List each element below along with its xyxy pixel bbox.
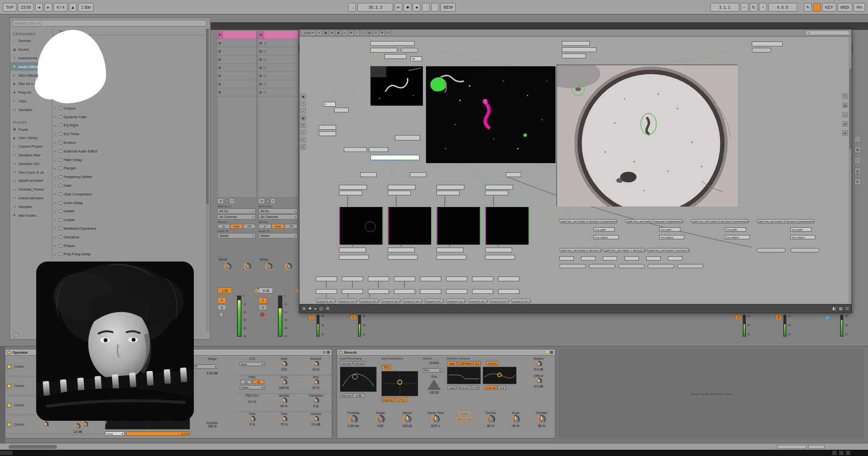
max-object-box[interactable]: 0	[323, 102, 336, 107]
stop-button[interactable]: ■	[404, 3, 411, 12]
max-object-box[interactable]: live.path	[790, 227, 812, 232]
output-chooser[interactable]: Master▾	[217, 233, 256, 238]
expand-triangle-icon[interactable]: ▸	[54, 107, 57, 110]
clip-slot[interactable]	[258, 55, 298, 64]
max-toolbar-icon[interactable]: ⌗	[354, 30, 360, 36]
max-object-box[interactable]	[581, 256, 596, 261]
view-toggle-icon[interactable]: ◫	[854, 157, 861, 164]
max-side-icon[interactable]: ⌗	[300, 130, 306, 135]
solo-button[interactable]: S	[217, 304, 226, 310]
max-object-box[interactable]	[344, 147, 367, 152]
max-toolbar-icon[interactable]: ⊞	[329, 30, 335, 36]
max-side-icon[interactable]: ▣	[300, 94, 306, 99]
bottom-bar-icon[interactable]	[839, 451, 843, 455]
clip-slot[interactable]	[217, 39, 256, 47]
browser-device-item[interactable]: ▸ Frequency Shifter	[53, 173, 205, 181]
max-object-box[interactable]: live.object	[594, 235, 619, 239]
decay-time-knob[interactable]	[431, 415, 440, 424]
input-type-chooser[interactable]: All Ins▾	[217, 208, 256, 214]
browser-device-item[interactable]: ▸ EQ Eight	[53, 121, 205, 130]
browser-device-item[interactable]: ▸ Limiter	[53, 207, 205, 216]
volume-value[interactable]: 0.0 dB	[312, 423, 321, 426]
max-object-box[interactable]	[342, 276, 363, 281]
density-knob[interactable]	[487, 415, 495, 424]
track-activator[interactable]: 2	[258, 297, 267, 304]
max-object-box[interactable]	[668, 256, 682, 261]
freq-knob[interactable]	[281, 379, 287, 386]
loop-button[interactable]: ↻	[750, 3, 758, 12]
zoom-menu[interactable]: 100%▾	[301, 30, 316, 36]
max-object-box[interactable]: path live_set tracks 1 devices 0 paramet…	[647, 248, 690, 252]
level-knob[interactable]	[74, 423, 81, 429]
max-object-box[interactable]	[436, 191, 460, 195]
clip-slot[interactable]	[217, 47, 256, 55]
spread-knob[interactable]	[281, 398, 287, 404]
loop-start-field[interactable]: 3. 1. 1	[710, 3, 739, 12]
max-side-icon[interactable]: ◔	[300, 101, 306, 106]
max-object-box[interactable]: prepend set value	[316, 299, 336, 303]
expand-triangle-icon[interactable]: ▸	[54, 235, 57, 238]
max-object-box[interactable]: live.object	[725, 235, 750, 239]
send-b-knob[interactable]	[244, 263, 251, 270]
browser-device-item[interactable]: ▸ External Audio Effect	[53, 147, 205, 155]
shape-value[interactable]: 0.50	[377, 424, 383, 428]
view-toggle-icon[interactable]: ⊞	[854, 179, 861, 185]
max-object-box[interactable]	[339, 255, 369, 260]
env-amount-slider[interactable]: 0.0 %	[126, 431, 190, 436]
max-status-icon[interactable]: ⊞	[302, 306, 306, 311]
play-button[interactable]: ▶	[394, 3, 402, 12]
max-status-icon[interactable]: ◫	[319, 306, 323, 311]
horizontal-scrollbar[interactable]	[0, 443, 868, 450]
nudge-up-button[interactable]: ▸	[44, 3, 52, 12]
expand-triangle-icon[interactable]: ▸	[54, 253, 57, 256]
filter-type-chooser[interactable]: Clean▾	[240, 385, 265, 389]
info-toggle-button[interactable]: i	[13, 332, 18, 338]
max-object-box[interactable]	[388, 255, 418, 260]
view-toggle-icon[interactable]: ⓘ	[854, 136, 861, 142]
diffuse-value[interactable]: 0.0 dB	[534, 385, 543, 388]
freq-value[interactable]: 149 Hz	[279, 386, 289, 389]
input-filter-display[interactable]	[340, 367, 377, 392]
max-canvas[interactable]: 300prepend set valueprepend set valuepre…	[299, 37, 852, 304]
device-drop-zone[interactable]: Drop Audio Effects Here	[558, 349, 864, 439]
max-toolbar-icon[interactable]: ✚	[348, 30, 353, 36]
max-toolbar-icon[interactable]: ▦	[323, 30, 328, 36]
tone-knob[interactable]	[281, 416, 287, 422]
max-object-box[interactable]: path live_set tracks 1 devices 0 paramet…	[603, 248, 646, 252]
nudge-down-button[interactable]: ◂	[35, 3, 43, 12]
expand-triangle-icon[interactable]: ▸	[54, 227, 57, 230]
fold-icon[interactable]: ▤	[327, 350, 330, 354]
max-object-box[interactable]: path live_set tracks 0 devices 0 paramet…	[625, 219, 683, 223]
high-gain-value[interactable]: 0.2	[473, 361, 481, 365]
low-freq-value[interactable]: 90.0 Hz	[457, 386, 470, 390]
scale-value[interactable]: 40 %	[512, 424, 519, 428]
max-toolbar-icon[interactable]: ◉	[336, 30, 341, 36]
reflect-value[interactable]: 0.0 dB	[534, 368, 543, 371]
max-object-box[interactable]	[368, 276, 389, 281]
osc-toggle[interactable]	[7, 365, 11, 369]
transpose-value[interactable]: 0 st	[313, 404, 318, 408]
clip-slot-playing[interactable]: ▶	[258, 31, 298, 39]
clip-slot[interactable]	[258, 47, 298, 55]
max-object-box[interactable]: live.object	[659, 235, 684, 239]
max-object-box[interactable]	[369, 147, 388, 152]
max-object-box[interactable]	[752, 41, 783, 46]
expand-triangle-icon[interactable]: ▸	[54, 244, 57, 247]
clip-slot[interactable]	[217, 55, 256, 64]
max-object-box[interactable]	[752, 48, 771, 53]
send-a-knob[interactable]	[224, 263, 231, 270]
track-activator[interactable]: 3	[309, 315, 315, 320]
quality-chooser[interactable]: Eco▾	[423, 368, 442, 373]
spin-button[interactable]: Spin	[381, 365, 391, 369]
monitor-in-button[interactable]: In	[258, 224, 271, 229]
max-object-box[interactable]	[339, 248, 366, 252]
expand-triangle-icon[interactable]: ▸	[54, 158, 57, 161]
volume-field[interactable]: -0.45	[258, 288, 273, 293]
max-toolbar-icon[interactable]: ❖	[380, 30, 385, 36]
device-activator-icon[interactable]	[7, 351, 11, 354]
monitor-in-button[interactable]: In	[217, 224, 230, 229]
add-folder-button[interactable]: ✚ Add Folder...	[10, 211, 52, 220]
max-vertical-scrollbar[interactable]	[849, 37, 852, 304]
max-object-box[interactable]	[624, 256, 639, 261]
shelf-display[interactable]	[447, 367, 481, 384]
